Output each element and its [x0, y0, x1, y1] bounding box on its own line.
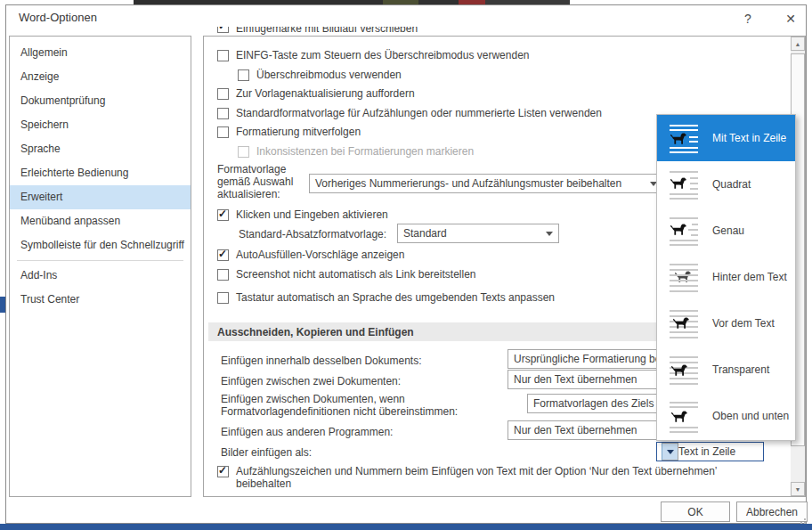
- wrap-topbottom-icon: [668, 400, 700, 432]
- combo-value: Formatvorlagen des Ziels v: [533, 397, 662, 410]
- sidebar-item-symbolleiste[interactable]: Symbolleiste für den Schnellzugriff: [10, 233, 191, 257]
- option-row: Screenshot nicht automatisch als Link be…: [217, 267, 475, 281]
- combo-value: Vorheriges Nummerierungs- und Aufzählung…: [315, 177, 621, 190]
- dropdown-item-label: Oben und unten: [712, 410, 789, 422]
- dropdown-item-hinter-dem-text[interactable]: Hinter dem Text: [657, 254, 795, 300]
- sidebar-item-dokumentpruefung[interactable]: Dokumentprüfung: [10, 89, 191, 113]
- dialog-title: Word-Optionen: [19, 11, 97, 24]
- cancel-button[interactable]: Abbrechen: [736, 501, 808, 522]
- checkbox-label: Zur Vorlagenaktualisierung auffordern: [236, 87, 415, 100]
- paste-other-programs-label: Einfügen aus anderen Programmen:: [221, 426, 393, 438]
- sidebar-item-allgemein[interactable]: Allgemein: [10, 41, 191, 65]
- checkbox-inkonsistenzen: [238, 146, 249, 158]
- dropdown-item-mit-text-in-zeile[interactable]: Mit Text in Zeile: [657, 115, 795, 161]
- checkbox-label: Inkonsistenzen bei Formatierungen markie…: [256, 145, 474, 158]
- sidebar-item-anzeige[interactable]: Anzeige: [10, 65, 191, 89]
- sidebar-item-trust-center[interactable]: Trust Center: [10, 288, 191, 312]
- combo-value: Nur den Text übernehmen: [514, 373, 637, 386]
- checkbox-label: AutoAusfüllen-Vorschläge anzeigen: [236, 249, 404, 261]
- dropdown-item-transparent[interactable]: Transparent: [657, 347, 795, 393]
- dropdown-item-label: Genau: [712, 224, 744, 237]
- wrap-square-icon: [668, 168, 700, 200]
- insert-pictures-label: Bilder einfügen als:: [221, 446, 312, 459]
- checkbox-label: Screenshot nicht automatisch als Link be…: [236, 268, 475, 281]
- dropdown-item-label: Hinter dem Text: [712, 271, 787, 283]
- checkbox-aufzaehlungszeichen[interactable]: [217, 466, 229, 477]
- option-row: Klicken und Eingeben aktivieren: [217, 208, 388, 222]
- wrap-front-icon: [668, 307, 700, 339]
- scroll-up-icon[interactable]: ▲: [791, 37, 805, 51]
- dropdown-item-label: Vor dem Text: [712, 317, 775, 330]
- option-row: Überschreibmodus verwenden: [238, 68, 402, 82]
- option-row: Tastatur automatisch an Sprache des umge…: [217, 290, 555, 305]
- paste-between-docs-label: Einfügen zwischen zwei Dokumenten:: [221, 375, 401, 387]
- dropdown-item-label: Mit Text in Zeile: [712, 132, 786, 144]
- option-row: Aufzählungszeichen und Nummern beim Einf…: [217, 465, 745, 490]
- option-row: EINFG-Taste zum Steuern des Überschreibm…: [217, 48, 529, 62]
- update-style-label: Formatvorlage gemäß Auswahl aktualisiere…: [217, 163, 310, 200]
- checkbox-standardformatvorlage[interactable]: [217, 108, 229, 119]
- dropdown-item-vor-dem-text[interactable]: Vor dem Text: [657, 300, 795, 347]
- dropdown-item-label: Quadrat: [712, 178, 751, 191]
- chevron-down-icon: [667, 450, 674, 458]
- option-row: Formatierung mitverfolgen: [217, 125, 361, 139]
- sidebar-item-sprache[interactable]: Sprache: [10, 137, 191, 161]
- combo-value: Nur den Text übernehmen: [514, 424, 637, 436]
- paste-conflict-combobox[interactable]: Formatvorlagen des Ziels v: [527, 394, 662, 413]
- combo-dropdown-button[interactable]: [662, 443, 678, 461]
- paste-within-label: Einfügen innerhalb desselben Dokuments:: [221, 355, 421, 367]
- wrap-behind-icon: [668, 261, 700, 293]
- paste-within-combobox[interactable]: Ursprüngliche Formatierung be: [508, 349, 662, 369]
- option-row: Einfügemarke mit Bildlauf verschieben: [217, 27, 418, 36]
- checkbox-label: Überschreibmodus verwenden: [256, 69, 402, 81]
- sidebar-divider: [17, 260, 183, 261]
- sidebar-item-menueband-anpassen[interactable]: Menüband anpassen: [10, 209, 191, 233]
- dropdown-item-label: Transparent: [712, 363, 769, 376]
- dropdown-item-quadrat[interactable]: Quadrat: [657, 161, 795, 208]
- picture-wrap-dropdown: Mit Text in Zeile Quadrat Genau Hinter d…: [656, 114, 796, 441]
- combo-value: Ursprüngliche Formatierung be: [514, 353, 661, 365]
- checkbox-ueberschreibmodus[interactable]: [238, 69, 249, 81]
- update-style-combobox[interactable]: Vorheriges Nummerierungs- und Aufzählung…: [309, 174, 663, 193]
- checkbox-klicken-eingeben[interactable]: [217, 209, 229, 221]
- paste-other-programs-combobox[interactable]: Nur den Text übernehmen: [508, 420, 662, 440]
- dropdown-item-genau[interactable]: Genau: [657, 208, 795, 254]
- wrap-tight-icon: [668, 215, 700, 247]
- default-paragraph-combobox[interactable]: Standard: [397, 224, 559, 243]
- checkbox-screenshot-link[interactable]: [217, 269, 229, 281]
- checkbox-tastatur-sprache[interactable]: [217, 292, 229, 304]
- insert-pictures-combobox[interactable]: Mit Text in Zeile: [656, 442, 764, 461]
- checkbox-label: Klicken und Eingeben aktivieren: [236, 208, 388, 221]
- option-row: Zur Vorlagenaktualisierung auffordern: [217, 86, 415, 101]
- checkbox-label: Tastatur automatisch an Sprache des umge…: [236, 291, 555, 304]
- checkbox-label: Standardformatvorlage für Aufzählungen o…: [236, 107, 602, 119]
- checkbox-label: Formatierung mitverfolgen: [236, 126, 361, 138]
- checkbox-formatierung-mitverfolgen[interactable]: [217, 126, 229, 138]
- scroll-down-icon[interactable]: ▼: [791, 482, 805, 496]
- sidebar-nav: Allgemein Anzeige Dokumentprüfung Speich…: [9, 36, 191, 497]
- checkbox-label: EINFG-Taste zum Steuern des Überschreibm…: [236, 49, 529, 61]
- wrap-inline-icon: [668, 122, 700, 154]
- ok-button[interactable]: OK: [661, 501, 730, 522]
- dropdown-item-oben-und-unten[interactable]: Oben und unten: [657, 393, 795, 439]
- chevron-down-icon: [546, 232, 553, 240]
- combo-value: Standard: [403, 227, 447, 240]
- sidebar-item-erweitert[interactable]: Erweitert: [10, 185, 191, 209]
- option-row: Standardformatvorlage für Aufzählungen o…: [217, 106, 602, 120]
- default-paragraph-label: Standard-Absatzformatvorlage:: [239, 228, 386, 241]
- option-row: AutoAusfüllen-Vorschläge anzeigen: [217, 248, 404, 262]
- checkbox-label: Einfügemarke mit Bildlauf verschieben: [236, 27, 418, 35]
- background-window-bottom-sliver: [0, 524, 812, 530]
- checkbox-einfg-taste[interactable]: [217, 50, 229, 61]
- checkbox-einfuegemarke[interactable]: [217, 27, 229, 33]
- checkbox-label: Aufzählungszeichen und Nummern beim Einf…: [236, 465, 745, 490]
- sidebar-item-erleichterte-bedienung[interactable]: Erleichterte Bedienung: [10, 161, 191, 185]
- checkbox-vorlagenaktualisierung[interactable]: [217, 88, 229, 100]
- resize-grip[interactable]: [800, 518, 807, 525]
- paste-conflict-label: Einfügen zwischen Dokumenten, wenn Forma…: [221, 393, 502, 418]
- sidebar-item-speichern[interactable]: Speichern: [10, 113, 191, 137]
- checkbox-autoausfuellen[interactable]: [217, 249, 229, 261]
- paste-between-docs-combobox[interactable]: Nur den Text übernehmen: [508, 370, 662, 389]
- sidebar-item-add-ins[interactable]: Add-Ins: [10, 264, 191, 288]
- wrap-through-icon: [668, 354, 700, 386]
